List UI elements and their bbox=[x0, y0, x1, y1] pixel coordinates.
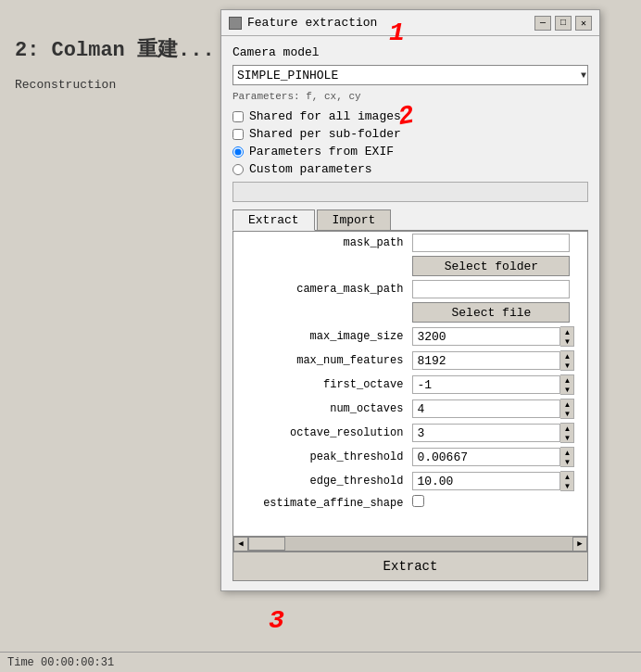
empty-cell bbox=[233, 254, 408, 278]
table-row: num_octaves ▲ ▼ bbox=[233, 397, 587, 421]
num-octaves-spin: ▲ ▼ bbox=[412, 399, 584, 419]
tabs-container: Extract Import bbox=[233, 209, 588, 231]
minimize-button[interactable]: — bbox=[534, 16, 551, 31]
param-name-num-octaves: num_octaves bbox=[233, 397, 408, 421]
param-value-max-num-features: ▲ ▼ bbox=[408, 349, 587, 373]
param-value-octave-resolution: ▲ ▼ bbox=[408, 421, 587, 445]
edge-threshold-down[interactable]: ▼ bbox=[560, 481, 573, 490]
param-name-max-num-features: max_num_features bbox=[233, 349, 408, 373]
max-image-size-down[interactable]: ▼ bbox=[560, 336, 573, 346]
shared-subfolder-row: Shared per sub-folder bbox=[233, 127, 588, 141]
param-name-first-octave: first_octave bbox=[233, 373, 408, 397]
param-name-estimate-affine-shape: estimate_affine_shape bbox=[233, 493, 408, 513]
num-octaves-down[interactable]: ▼ bbox=[560, 409, 573, 418]
param-value-mask-path bbox=[408, 232, 587, 254]
num-octaves-input[interactable] bbox=[412, 399, 560, 418]
param-name-peak-threshold: peak_threshold bbox=[233, 445, 408, 469]
hscroll-thumb bbox=[248, 537, 285, 551]
params-exif-row: Parameters from EXIF bbox=[233, 145, 588, 158]
param-value-max-image-size: ▲ ▼ bbox=[408, 324, 587, 349]
custom-params-label: Custom parameters bbox=[249, 162, 372, 176]
table-row-select-file: Select file bbox=[233, 300, 587, 324]
table-row: mask_path bbox=[233, 232, 587, 254]
param-value-peak-threshold: ▲ ▼ bbox=[408, 445, 587, 469]
dialog-icon bbox=[229, 17, 242, 30]
bg-title: 2: Colman 重建... bbox=[0, 28, 230, 70]
table-row: max_num_features ▲ ▼ bbox=[233, 349, 587, 373]
edge-threshold-spin: ▲ ▼ bbox=[412, 471, 584, 491]
status-time: Time 00:00:00:31 bbox=[7, 656, 114, 669]
peak-threshold-spin: ▲ ▼ bbox=[412, 447, 584, 467]
first-octave-down[interactable]: ▼ bbox=[560, 385, 573, 394]
select-folder-button[interactable]: Select folder bbox=[412, 256, 570, 276]
first-octave-spin: ▲ ▼ bbox=[412, 374, 584, 395]
feature-extraction-dialog: Feature extraction — □ ✕ Camera model SI… bbox=[220, 9, 600, 591]
bg-menu-reconstruction: Reconstruction bbox=[0, 74, 131, 95]
table-row: first_octave ▲ ▼ bbox=[233, 373, 587, 397]
tab-extract[interactable]: Extract bbox=[233, 209, 315, 231]
camera-model-label: Camera model bbox=[233, 45, 588, 59]
custom-params-radio[interactable] bbox=[233, 164, 244, 175]
maximize-button[interactable]: □ bbox=[555, 16, 572, 31]
dialog-titlebar: Feature extraction — □ ✕ bbox=[221, 10, 599, 36]
peak-threshold-input[interactable] bbox=[412, 448, 560, 466]
first-octave-up[interactable]: ▲ bbox=[560, 375, 573, 385]
param-name-octave-resolution: octave_resolution bbox=[233, 421, 408, 445]
estimate-affine-shape-checkbox[interactable] bbox=[412, 495, 424, 507]
select-file-button[interactable]: Select file bbox=[412, 302, 570, 323]
max-image-size-input[interactable] bbox=[412, 327, 560, 346]
max-image-size-up[interactable]: ▲ bbox=[560, 327, 573, 336]
params-table-scroll[interactable]: mask_path Select folder camera_mask_pat bbox=[233, 231, 588, 537]
param-name-mask-path: mask_path bbox=[233, 232, 408, 254]
hscroll-left-button[interactable]: ◀ bbox=[233, 537, 248, 552]
dialog-title-text: Feature extraction bbox=[247, 16, 377, 30]
camera-model-dropdown[interactable]: SIMPLE_PINHOLE PINHOLE SIMPLE_RADIAL RAD… bbox=[233, 65, 588, 85]
edge-threshold-up[interactable]: ▲ bbox=[560, 472, 573, 481]
camera-mask-path-input[interactable] bbox=[412, 280, 570, 298]
param-name-edge-threshold: edge_threshold bbox=[233, 469, 408, 493]
params-table: mask_path Select folder camera_mask_pat bbox=[233, 232, 587, 513]
max-image-size-spin: ▲ ▼ bbox=[412, 326, 584, 347]
table-row: edge_threshold ▲ ▼ bbox=[233, 469, 587, 493]
first-octave-arrows: ▲ ▼ bbox=[560, 374, 574, 395]
max-num-features-down[interactable]: ▼ bbox=[560, 361, 573, 370]
table-row-select-folder: Select folder bbox=[233, 254, 587, 278]
custom-params-row: Custom parameters bbox=[233, 162, 588, 176]
hscroll-track[interactable] bbox=[248, 537, 572, 551]
peak-threshold-up[interactable]: ▲ bbox=[560, 448, 573, 457]
status-bar: Time 00:00:00:31 bbox=[0, 652, 641, 672]
octave-resolution-input[interactable] bbox=[412, 424, 560, 442]
shared-all-checkbox[interactable] bbox=[233, 111, 244, 122]
param-value-first-octave: ▲ ▼ bbox=[408, 373, 587, 397]
extract-button[interactable]: Extract bbox=[233, 552, 588, 581]
octave-resolution-spin: ▲ ▼ bbox=[412, 423, 584, 443]
octave-resolution-arrows: ▲ ▼ bbox=[560, 423, 574, 443]
peak-threshold-arrows: ▲ ▼ bbox=[560, 447, 574, 467]
custom-params-input[interactable] bbox=[233, 182, 588, 202]
mask-path-input[interactable] bbox=[412, 234, 570, 252]
max-image-size-arrows: ▲ ▼ bbox=[560, 326, 574, 347]
hscroll-right-button[interactable]: ▶ bbox=[572, 537, 587, 552]
close-button[interactable]: ✕ bbox=[575, 16, 592, 31]
hscroll-container: ◀ ▶ bbox=[233, 537, 588, 552]
num-octaves-up[interactable]: ▲ bbox=[560, 399, 573, 409]
first-octave-input[interactable] bbox=[412, 375, 560, 394]
octave-resolution-down[interactable]: ▼ bbox=[560, 433, 573, 442]
table-row: octave_resolution ▲ ▼ bbox=[233, 421, 587, 445]
edge-threshold-input[interactable] bbox=[412, 472, 560, 490]
dialog-controls: — □ ✕ bbox=[534, 16, 592, 31]
params-exif-radio[interactable] bbox=[233, 146, 244, 158]
table-row: peak_threshold ▲ ▼ bbox=[233, 445, 587, 469]
octave-resolution-up[interactable]: ▲ bbox=[560, 424, 573, 433]
max-num-features-up[interactable]: ▲ bbox=[560, 351, 573, 361]
shared-all-row: Shared for all images bbox=[233, 109, 588, 123]
max-num-features-input[interactable] bbox=[412, 351, 560, 370]
params-exif-label: Parameters from EXIF bbox=[249, 145, 394, 158]
empty-cell bbox=[233, 300, 408, 324]
dialog-body: Camera model SIMPLE_PINHOLE PINHOLE SIMP… bbox=[221, 36, 599, 590]
shared-subfolder-checkbox[interactable] bbox=[233, 129, 244, 140]
select-file-cell: Select file bbox=[408, 300, 587, 324]
param-name-max-image-size: max_image_size bbox=[233, 324, 408, 349]
peak-threshold-down[interactable]: ▼ bbox=[560, 457, 573, 466]
tab-import[interactable]: Import bbox=[317, 209, 392, 230]
